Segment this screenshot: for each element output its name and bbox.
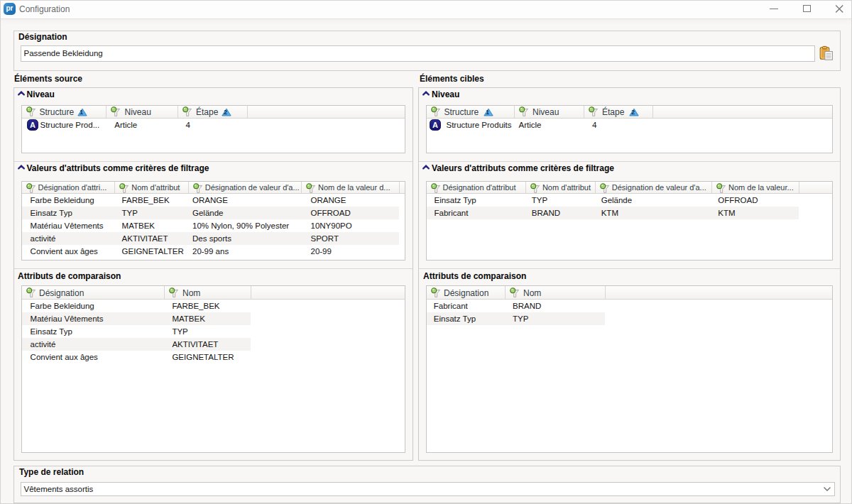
svg-text:1: 1 — [486, 109, 489, 116]
svg-text:A: A — [30, 121, 36, 129]
svg-text:1: 1 — [80, 109, 83, 116]
svg-text:2: 2 — [224, 109, 227, 116]
svg-text:A: A — [432, 121, 438, 129]
svg-text:2: 2 — [631, 109, 635, 116]
